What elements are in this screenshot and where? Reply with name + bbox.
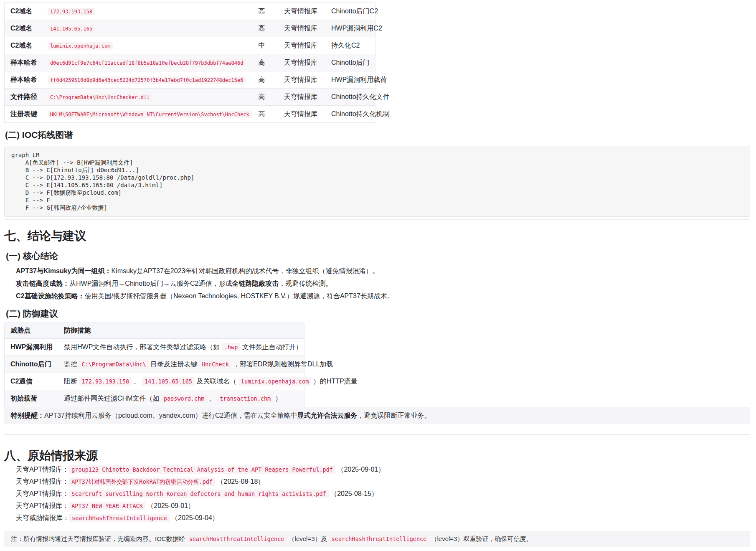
source-date: （2025-09-01） xyxy=(145,502,195,509)
bold-text: 攻击链高度成熟： xyxy=(16,280,69,287)
ioc-row: 样本哈希ff0d4259510d8b9d6e43cec5224d72570f3b… xyxy=(5,71,375,89)
text-run: 使用美国/俄罗斯托管服务器（Nexeon Technologies, HOSTK… xyxy=(84,292,393,300)
section-divider xyxy=(4,219,750,220)
source-date: （2025-09-04） xyxy=(170,514,219,521)
section-divider xyxy=(4,434,750,435)
inline-code-chip: searchHostThreatIntelligence xyxy=(187,535,287,543)
measure-cell: 监控 C:\ProgramData\Hnc\ 目录及注册表键 HncCheck … xyxy=(61,356,304,373)
verification-note: 注：所有情报均通过天穹情报库验证，无编造内容。IOC数据经 searchHost… xyxy=(4,531,750,547)
threat-cell: C2通信 xyxy=(5,373,61,390)
bold-text: C2基础设施轮换策略： xyxy=(16,292,84,300)
bold-text: 特别提醒： xyxy=(11,412,44,419)
measure-column-header: 防御措施 xyxy=(61,323,304,339)
ioc-value-cell: ff0d4259510d8b9d6e43cec5224d72570f3b4e17… xyxy=(46,71,246,89)
mermaid-code-block: graph LR A[鱼叉邮件] --> B[HWP漏洞利用文件] B --> … xyxy=(4,146,750,217)
source-file-chip: ScarCruft surveilling North Korean defec… xyxy=(69,490,329,498)
ioc-type-cell: 注册表键 xyxy=(5,106,46,123)
defense-table-body: HWP漏洞利用禁用HWP文件自动执行，部署文件类型过滤策略（如 .hwp 文件禁… xyxy=(5,339,304,407)
inline-code-chip: .hwp xyxy=(222,343,241,351)
source-list: 天穹APT情报库：group123_Chinotto_Backdoor_Tech… xyxy=(16,465,750,523)
ioc-severity-cell: 高 xyxy=(246,71,277,89)
ioc-value-chip: ff0d4259510d8b9d6e43cec5224d72570f3b4e17… xyxy=(48,76,246,84)
ioc-source-cell: 天穹情报库 xyxy=(277,3,328,20)
text-run: APT37持续利用云服务（pcloud.com、yandex.com）进行C2通… xyxy=(44,412,297,419)
text-run: ，部署EDR规则检测异常DLL加载 xyxy=(231,361,333,368)
mermaid-code: graph LR A[鱼叉邮件] --> B[HWP漏洞利用文件] B --> … xyxy=(11,152,194,211)
ioc-value-chip: HKLM\SOFTWARE\Microsoft\Windows NT\Curre… xyxy=(48,111,252,118)
ioc-source-cell: 天穹情报库 xyxy=(277,89,328,106)
ioc-value-cell: C:\ProgramData\Hnc\HncChecker.dll xyxy=(46,89,246,106)
ioc-type-cell: C2域名 xyxy=(5,20,46,37)
source-item: 天穹APT情报库：APT37 NEW YEAR ATTACK （2025-09-… xyxy=(16,501,750,510)
defense-row: HWP漏洞利用禁用HWP文件自动执行，部署文件类型过滤策略（如 .hwp 文件禁… xyxy=(5,339,304,356)
threat-column-header: 威胁点 xyxy=(5,323,61,339)
ioc-note-cell: Chinotto后门C2 xyxy=(328,3,375,20)
bold-text: 全链路隐蔽攻击 xyxy=(232,280,279,287)
source-date: （2025-09-01） xyxy=(335,466,385,473)
ioc-row: 文件路径C:\ProgramData\Hnc\HncChecker.dll高天穹… xyxy=(5,89,375,106)
ioc-severity-cell: 高 xyxy=(246,54,277,71)
conclusion-paragraph: C2基础设施轮换策略：使用美国/俄罗斯托管服务器（Nexeon Technolo… xyxy=(16,292,750,301)
ioc-value-cell: luminix.openhaja.com xyxy=(46,37,246,54)
ioc-row: 注册表键HKLM\SOFTWARE\Microsoft\Windows NT\C… xyxy=(5,106,375,123)
heading-core-conclusions: (一) 核心结论 xyxy=(6,251,750,262)
text-run: 及关联域名（ xyxy=(195,378,238,385)
ioc-type-cell: 文件路径 xyxy=(5,89,46,106)
text-run: 注：所有情报均通过天穹情报库验证，无编造内容。IOC数据经 xyxy=(11,535,187,542)
source-label: 天穹APT情报库： xyxy=(16,502,69,509)
text-run: （level=3）双重验证，确保可信度。 xyxy=(429,535,532,542)
ioc-value-cell: HKLM\SOFTWARE\Microsoft\Windows NT\Curre… xyxy=(46,106,246,123)
defense-row: 初始载荷通过邮件网关过滤CHM文件（如 password.chm 、 trans… xyxy=(5,390,304,407)
ioc-severity-cell: 高 xyxy=(246,89,277,106)
inline-code-chip: C:\ProgramData\Hnc\ xyxy=(79,360,148,368)
source-item: 天穹APT情报库：APT37针对韩国外交部下发RokRAT的窃密活动分析.pdf… xyxy=(16,477,750,486)
text-run: ，规避传统检测。 xyxy=(279,280,332,287)
report-document: C2域名172.93.193.158高天穹情报库Chinotto后门C2C2域名… xyxy=(0,0,756,551)
source-label: 天穹威胁情报库： xyxy=(16,514,69,521)
inline-code-chip: password.chm xyxy=(161,394,207,403)
defense-table: 威胁点 防御措施 HWP漏洞利用禁用HWP文件自动执行，部署文件类型过滤策略（如… xyxy=(4,322,304,407)
text-run: 从HWP漏洞利用→Chinotto后门→云服务C2通信，形成 xyxy=(69,280,232,287)
text-run: ） xyxy=(273,395,282,402)
inline-code-chip: transaction.chm xyxy=(217,394,273,403)
ioc-type-cell: 样本哈希 xyxy=(5,54,46,71)
source-item: 天穹APT情报库：ScarCruft surveilling North Kor… xyxy=(16,489,750,498)
ioc-source-cell: 天穹情报库 xyxy=(277,20,328,37)
inline-code-chip: HncCheck xyxy=(199,360,231,368)
ioc-table: C2域名172.93.193.158高天穹情报库Chinotto后门C2C2域名… xyxy=(4,3,375,123)
source-label: 天穹APT情报库： xyxy=(16,490,69,497)
text-run: 目录及注册表键 xyxy=(149,361,199,368)
inline-code-chip: 172.93.193.158 xyxy=(79,377,132,386)
text-run: 禁用HWP文件自动执行，部署文件类型过滤策略（如 xyxy=(64,343,222,350)
ioc-row: C2域名141.105.65.165高天穹情报库HWP漏洞利用C2 xyxy=(5,20,375,37)
inline-code-chip: 141.105.65.165 xyxy=(142,377,195,386)
ioc-type-cell: C2域名 xyxy=(5,3,46,20)
ioc-note-cell: Chinotto后门 xyxy=(328,54,375,71)
heading-section-8: 八、原始情报来源 xyxy=(4,448,750,463)
source-file-chip: group123_Chinotto_Backdoor_Technical_Ana… xyxy=(69,465,335,474)
defense-header-row: 威胁点 防御措施 xyxy=(5,323,304,339)
source-file-chip: APT37针对韩国外交部下发RokRAT的窃密活动分析.pdf xyxy=(69,477,215,486)
inline-code-chip: luminix.openhaja.com xyxy=(238,377,312,386)
ioc-source-cell: 天穹情报库 xyxy=(277,37,328,54)
ioc-value-chip: 141.105.65.165 xyxy=(48,25,95,33)
special-reminder-callout: 特别提醒：APT37持续利用云服务（pcloud.com、yandex.com）… xyxy=(4,407,750,424)
ioc-note-cell: Chinotto持久化机制 xyxy=(328,106,375,123)
ioc-note-cell: 持久化C2 xyxy=(328,37,375,54)
ioc-note-cell: HWP漏洞利用载荷 xyxy=(328,71,375,89)
heading-ioc-graph: (二) IOC拓线图谱 xyxy=(5,129,750,140)
threat-cell: 初始载荷 xyxy=(5,390,61,407)
ioc-value-chip: d0ec6d91cf9e7c64cf11accadf18f8b5a18a10ef… xyxy=(48,59,246,67)
bold-text: APT37与Kimsuky为同一组织： xyxy=(16,267,112,274)
heading-section-7: 七、结论与建议 xyxy=(4,229,750,243)
ioc-value-chip: C:\ProgramData\Hnc\HncChecker.dll xyxy=(48,94,152,101)
source-label: 天穹APT情报库： xyxy=(16,478,69,485)
text-run: 文件禁止自动打开） xyxy=(240,343,302,350)
defense-row: Chinotto后门监控 C:\ProgramData\Hnc\ 目录及注册表键… xyxy=(5,356,304,373)
ioc-severity-cell: 高 xyxy=(246,20,277,37)
source-label: 天穹APT情报库： xyxy=(16,466,69,473)
source-item: 天穹APT情报库：group123_Chinotto_Backdoor_Tech… xyxy=(16,465,750,474)
text-run: 、 xyxy=(132,378,142,385)
ioc-note-cell: Chinotto持久化文件 xyxy=(328,89,375,106)
ioc-row: C2域名172.93.193.158高天穹情报库Chinotto后门C2 xyxy=(5,3,375,20)
